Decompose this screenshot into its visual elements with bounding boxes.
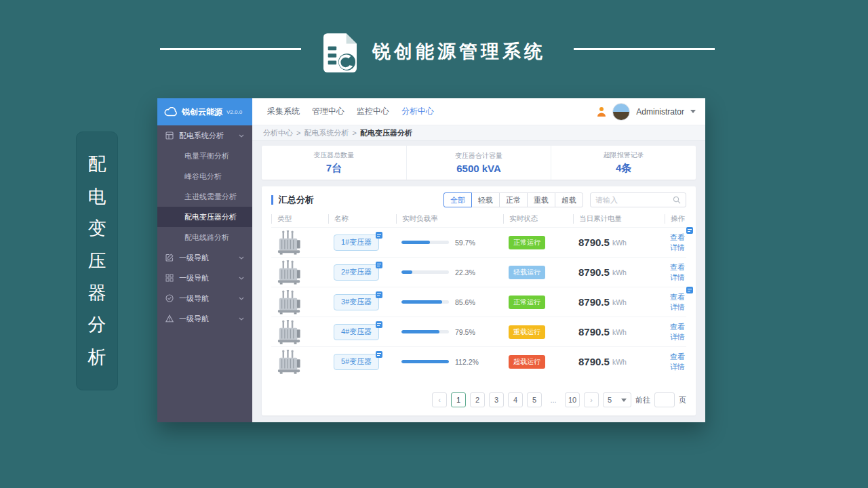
transformer-table: 类型 名称 实时负载率 实时状态 当日累计电量 操作 1#变压器 59.7% xyxy=(262,211,696,376)
page-button-4[interactable]: 4 xyxy=(508,392,523,407)
filter-normal-button[interactable]: 正常 xyxy=(499,192,528,207)
nav-item-collection-system[interactable]: 采集系统 xyxy=(267,106,300,117)
sidebar-item-energy-balance[interactable]: 电量平衡分析 xyxy=(157,146,252,166)
product-version: V2.0.0 xyxy=(226,109,242,115)
view-details-label: 查看详情 xyxy=(670,293,685,311)
edit-icon xyxy=(165,253,174,262)
page-unit-label: 页 xyxy=(679,395,686,405)
sidebar-item-line-analysis[interactable]: 配电线路分析 xyxy=(157,227,252,247)
avatar[interactable] xyxy=(612,103,630,121)
status-badge: 超载运行 xyxy=(509,355,545,369)
view-details-link[interactable]: 查看详情 xyxy=(670,262,686,283)
warning-triangle-icon xyxy=(165,314,174,323)
sidebar-item-label: 一级导航 xyxy=(179,273,209,283)
pagination: ‹ 1 2 3 4 5 ... 10 › 5 前往 xyxy=(262,392,696,415)
sidebar-item-nav-2[interactable]: 一级导航 xyxy=(157,268,252,288)
energy-value: 8790.5 xyxy=(578,326,610,338)
sidebar-item-power-distribution-analysis[interactable]: 配电系统分析 xyxy=(157,125,252,146)
breadcrumb-separator: > xyxy=(352,129,356,137)
view-details-link[interactable]: 查看详情 xyxy=(670,292,686,312)
filter-all-button[interactable]: 全部 xyxy=(443,192,472,207)
sidebar-item-nav-4[interactable]: 一级导航 xyxy=(157,308,252,329)
filter-overload-button[interactable]: 超载 xyxy=(555,192,583,207)
search-input[interactable] xyxy=(595,196,673,204)
sidebar-item-peak-valley[interactable]: 峰谷电分析 xyxy=(157,166,252,186)
col-type: 类型 xyxy=(271,214,328,224)
page-button-1[interactable]: 1 xyxy=(451,392,466,407)
slide-background: 锐创能源管理系统 配 电 变 压 器 分 析 锐创云能源 V2.0.0 配电系统… xyxy=(0,0,868,488)
energy-unit: kWh xyxy=(612,298,627,306)
nav-item-management-center[interactable]: 管理中心 xyxy=(312,106,344,117)
view-details-link[interactable]: 查看详情 xyxy=(670,322,686,342)
chart-badge-icon xyxy=(376,262,382,268)
page-ellipsis: ... xyxy=(546,392,561,407)
nav-item-analysis-center[interactable]: 分析中心 xyxy=(401,106,434,117)
chevron-down-icon xyxy=(239,297,244,300)
stat-alarm-records: 超限报警记录 4条 xyxy=(551,146,696,180)
transformer-image xyxy=(271,290,328,314)
page-button-10[interactable]: 10 xyxy=(565,392,580,407)
next-page-button[interactable]: › xyxy=(584,392,599,407)
transformer-image xyxy=(271,320,328,344)
chevron-down-icon xyxy=(239,134,244,138)
breadcrumb-analysis-center[interactable]: 分析中心 xyxy=(263,128,293,138)
page-button-3[interactable]: 3 xyxy=(489,392,504,407)
view-details-label: 查看详情 xyxy=(670,233,685,251)
sidebar-item-label: 一级导航 xyxy=(179,293,209,304)
energy-value: 8790.5 xyxy=(578,266,610,278)
section-title: 汇总分析 xyxy=(271,195,314,205)
view-details-label: 查看详情 xyxy=(670,263,685,281)
page-size-select[interactable]: 5 xyxy=(603,392,631,407)
filter-light-load-button[interactable]: 轻载 xyxy=(471,192,500,207)
transformer-name-button[interactable]: 4#变压器 xyxy=(334,324,379,340)
sidebar-item-label: 峰谷电分析 xyxy=(184,171,222,182)
stat-transformer-count: 变压器总数量 7台 xyxy=(262,146,406,180)
transformer-name-button[interactable]: 1#变压器 xyxy=(334,235,379,251)
breadcrumb: 分析中心 > 配电系统分析 > 配电变压器分析 xyxy=(252,125,705,141)
load-progress-bar xyxy=(401,360,449,363)
load-percent: 112.2% xyxy=(455,358,479,366)
sidebar-item-label: 主进线需量分析 xyxy=(184,192,237,202)
sidebar-item-main-line-demand[interactable]: 主进线需量分析 xyxy=(157,186,252,207)
username: Administrator xyxy=(636,107,684,117)
transformer-name: 1#变压器 xyxy=(341,237,372,247)
side-label-char: 析 xyxy=(88,348,106,367)
side-label-char: 压 xyxy=(88,252,106,270)
sidebar-item-nav-3[interactable]: 一级导航 xyxy=(157,288,252,308)
prev-page-button[interactable]: ‹ xyxy=(432,392,447,407)
col-actions: 操作 xyxy=(665,214,686,224)
summary-header: 汇总分析 全部 轻载 正常 重载 超载 xyxy=(262,186,696,211)
stat-total-capacity: 变压器合计容量 6500 kVA xyxy=(406,146,551,180)
transformer-name-button[interactable]: 2#变压器 xyxy=(334,264,379,281)
stat-label: 超限报警记录 xyxy=(604,150,644,160)
side-label-char: 配 xyxy=(88,155,106,174)
user-notification-icon[interactable] xyxy=(597,106,606,117)
stat-label: 变压器总数量 xyxy=(313,150,354,160)
transformer-name-button[interactable]: 5#变压器 xyxy=(334,354,379,370)
load-percent: 85.6% xyxy=(455,298,475,306)
nav-item-monitoring-center[interactable]: 监控中心 xyxy=(357,106,389,117)
transformer-name: 4#变压器 xyxy=(341,327,372,337)
user-area: Administrator xyxy=(597,103,696,121)
search-icon[interactable] xyxy=(673,196,681,204)
filter-heavy-load-button[interactable]: 重载 xyxy=(527,192,555,207)
table-row: 5#变压器 112.2% 超载运行 8790.5kWh 查看详情 xyxy=(271,346,686,376)
stats-card: 变压器总数量 7台 变压器合计容量 6500 kVA 超限报警记录 4条 xyxy=(262,146,696,180)
page-button-2[interactable]: 2 xyxy=(470,392,485,407)
transformer-image xyxy=(271,350,328,374)
status-badge: 轻载运行 xyxy=(509,266,545,279)
user-menu-caret-icon[interactable] xyxy=(690,110,696,113)
sidebar-item-nav-1[interactable]: 一级导航 xyxy=(157,247,252,268)
view-details-link[interactable]: 查看详情 xyxy=(670,232,686,253)
page-button-5[interactable]: 5 xyxy=(527,392,542,407)
view-details-link[interactable]: 查看详情 xyxy=(670,352,686,372)
chart-badge-icon xyxy=(376,321,382,328)
sidebar-item-transformer-analysis[interactable]: 配电变压器分析 xyxy=(157,207,252,227)
status-badge: 正常运行 xyxy=(509,296,545,309)
energy-value: 8790.5 xyxy=(578,237,610,248)
stat-label: 变压器合计容量 xyxy=(455,151,502,161)
transformer-name-button[interactable]: 3#变压器 xyxy=(334,294,379,310)
sidebar-logo: 锐创云能源 V2.0.0 xyxy=(157,98,252,125)
goto-page-input[interactable] xyxy=(654,392,675,407)
breadcrumb-distribution-analysis[interactable]: 配电系统分析 xyxy=(304,128,349,138)
